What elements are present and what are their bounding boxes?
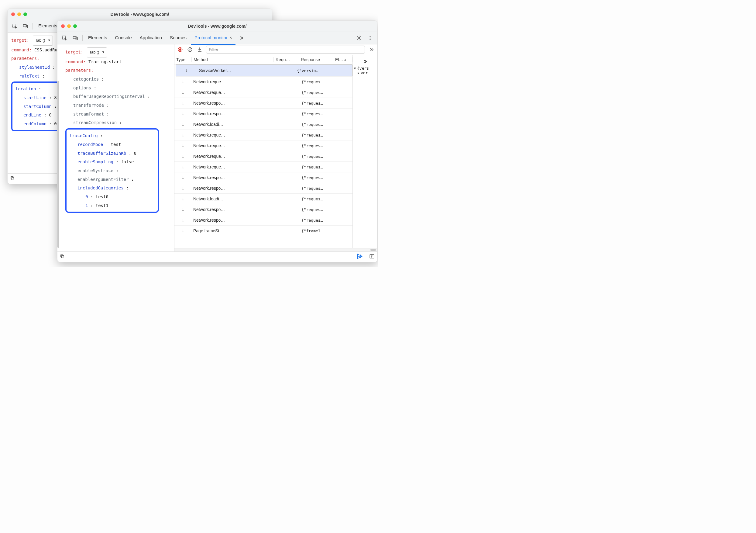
more-tabs-icon[interactable] [368,46,375,53]
settings-icon[interactable] [354,33,364,43]
table-row[interactable]: ↓Network.respo…{"reques… [175,172,352,183]
tab-application[interactable]: Application [136,32,166,45]
col-elapsed[interactable]: El…▲ [333,57,352,62]
table-row[interactable]: ↓Network.respo…{"reques… [175,109,352,119]
table-row[interactable]: ↓Network.reque…{"reques… [175,87,352,98]
param-row[interactable]: options : [65,84,171,93]
device-icon[interactable] [70,33,81,43]
close-tab-icon[interactable]: × [230,35,232,40]
target-label: target: [65,49,83,54]
cell-response: {"reques… [300,197,334,201]
svg-point-14 [370,38,371,39]
minimize-icon[interactable] [67,24,71,28]
param-row[interactable]: 0 : test0 [69,192,155,201]
param-row[interactable]: streamFormat : [65,110,171,119]
download-icon[interactable] [196,46,203,53]
tab-sources[interactable]: Sources [166,32,190,45]
object-key-row[interactable]: traceConfig : [69,131,155,140]
svg-rect-8 [11,177,14,179]
more-tabs-icon[interactable] [354,57,376,66]
param-row[interactable]: 1 : test1 [69,201,155,210]
protocol-log: Type Method Requ… Response El…▲ ↓Service… [174,44,377,251]
cell-response: {"reques… [300,112,334,116]
param-row[interactable]: streamCompression : [65,118,171,127]
cell-response: {"reques… [300,186,334,191]
clear-icon[interactable] [187,46,193,53]
table-row[interactable]: ↓Network.loadi…{"reques… [175,194,352,204]
tab-console[interactable]: Console [112,32,136,45]
table-row[interactable]: ↓Network.respo…{"reques… [175,204,352,215]
device-icon[interactable] [20,21,31,31]
col-type[interactable]: Type [175,57,192,62]
filter-input[interactable] [206,45,365,53]
table-row[interactable]: ↓Network.respo…{"reques… [175,98,352,109]
table-row[interactable]: ↓Page.frameSt…{"frameI… [175,226,352,236]
copy-icon[interactable] [10,176,15,182]
copy-icon[interactable] [60,254,65,260]
response-panel: ▼{vers ▶ver [352,55,377,248]
table-row[interactable]: ↓Network.respo…{"reques… [175,183,352,194]
cell-response: {"versio… [295,69,329,73]
target-select[interactable]: Tab ()▼ [33,36,53,45]
param-row[interactable]: recordMode : test [69,140,155,149]
param-value: test1 [96,203,108,208]
tree-root[interactable]: ▼{vers [354,66,376,70]
cell-response: {"reques… [300,218,334,223]
arrow-down-icon: ↓ [175,154,191,159]
param-key: streamFormat [73,112,104,117]
col-response[interactable]: Response [299,57,333,62]
cell-response: {"reques… [300,80,334,84]
table-row[interactable]: ↓Network.loadi…{"reques… [175,119,352,130]
zoom-icon[interactable] [73,24,77,28]
tab-elements[interactable]: Elements [85,32,111,45]
record-icon[interactable] [177,46,183,53]
param-key: transferMode [73,103,104,108]
toggle-panel-icon[interactable] [369,254,375,260]
param-row[interactable]: enableSystrace : [69,166,155,175]
param-row[interactable]: categories : [65,75,171,84]
more-tabs-icon[interactable] [236,33,246,43]
svg-line-19 [189,48,191,51]
titlebar: DevTools - www.google.com/ [8,9,272,20]
send-icon[interactable] [357,253,363,261]
col-request[interactable]: Requ… [274,57,299,62]
table-row[interactable]: ↓Network.reque…{"reques… [175,130,352,140]
cell-method: Network.respo… [191,218,275,223]
inspect-icon[interactable] [10,21,20,31]
scrollbar-horizontal[interactable] [175,248,377,251]
table-row[interactable]: ↓Network.reque…{"reques… [175,77,352,87]
scrollbar[interactable] [57,81,59,248]
param-row[interactable]: enableArgumentFilter : [69,175,155,184]
col-method[interactable]: Method [192,57,274,62]
target-select[interactable]: Tab ()▼ [87,47,107,57]
kebab-icon[interactable] [365,33,375,43]
param-key: startColumn [23,104,52,109]
cell-method: Network.reque… [191,90,275,95]
table-row[interactable]: ↓Network.reque…{"reques… [175,140,352,151]
tree-child[interactable]: ▶ver [354,70,376,75]
cell-method: Network.reque… [191,132,275,137]
table-body[interactable]: ↓ServiceWorker…{"versio…↓Network.reque…{… [175,65,352,248]
cell-method: Network.respo… [191,207,275,212]
param-row[interactable]: enableSampling : false [69,157,155,166]
cell-method: Network.reque… [191,154,275,159]
close-icon[interactable] [11,13,15,16]
table-row[interactable]: ↓Network.reque…{"reques… [175,162,352,172]
param-row[interactable]: bufferUsageReportingInterval : [65,92,171,101]
table-row[interactable]: ↓Network.reque…{"reques… [175,151,352,162]
close-icon[interactable] [61,24,65,28]
param-row[interactable]: traceBufferSizeInKb : 0 [69,149,155,158]
param-row[interactable]: transferMode : [65,101,171,110]
scroll-thumb[interactable] [370,249,376,251]
param-row[interactable]: includedCategories : [69,183,155,192]
minimize-icon[interactable] [17,13,21,16]
param-value: 0 [49,113,51,117]
table-row[interactable]: ↓Network.respo…{"reques… [175,215,352,226]
zoom-icon[interactable] [23,13,27,16]
divider [82,35,83,42]
inspect-icon[interactable] [59,33,69,43]
table-row[interactable]: ↓ServiceWorker…{"versio… [176,65,352,77]
traffic-lights [11,13,27,16]
content: target: Tab ()▼ command: Tracing.start p… [57,44,377,251]
tab-protocol-monitor[interactable]: Protocol monitor× [191,32,235,45]
